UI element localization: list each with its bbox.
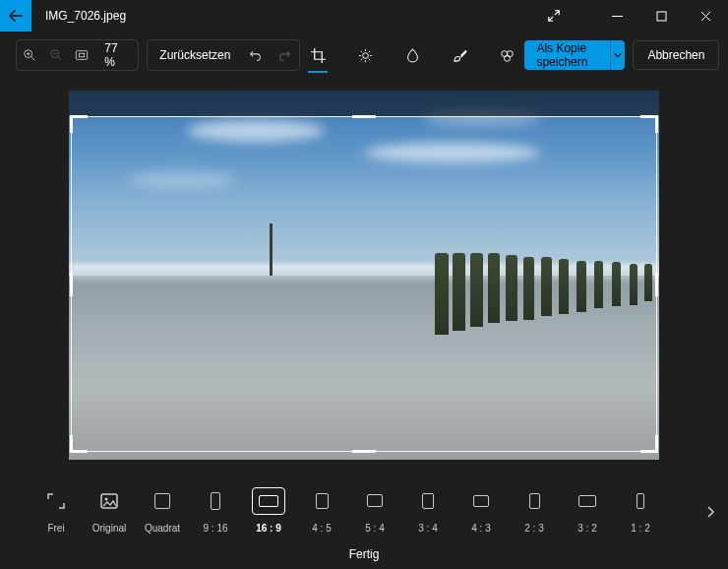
markup-tab[interactable]	[446, 35, 473, 75]
action-buttons: Als Kopie speichern Abbrechen	[524, 40, 719, 70]
crop-handle-bottom[interactable]	[352, 450, 376, 453]
ratio-label: 3 : 2	[577, 523, 596, 534]
titlebar: IMG_7026.jpeg	[0, 0, 728, 32]
ratio-label: 4 : 5	[312, 523, 331, 534]
ratio-option[interactable]: 4 : 3	[455, 487, 508, 534]
ratio-option[interactable]: 5 : 4	[348, 487, 401, 534]
image-canvas[interactable]	[69, 91, 659, 460]
toolbar: 77 % Zurücksetzen Als Kopie speichern	[0, 32, 728, 79]
svg-rect-3	[76, 51, 87, 60]
ratio-label: 9 : 16	[203, 523, 227, 534]
save-dropdown-button[interactable]	[610, 40, 626, 70]
crop-handle-br[interactable]	[640, 435, 658, 453]
fit-screen-button[interactable]	[69, 40, 94, 70]
svg-rect-0	[657, 12, 666, 21]
ratio-option[interactable]: 4 : 5	[295, 487, 348, 534]
close-button[interactable]	[684, 0, 728, 32]
ratio-option[interactable]: 3 : 2	[561, 487, 614, 534]
back-button[interactable]	[0, 0, 31, 32]
ratio-label: 16 : 9	[256, 523, 281, 534]
ratio-option[interactable]: 1 : 2	[614, 487, 667, 534]
ratio-option[interactable]: 3 : 4	[401, 487, 455, 534]
save-button[interactable]: Als Kopie speichern	[524, 40, 609, 70]
expand-icon[interactable]	[531, 0, 576, 32]
svg-point-10	[105, 497, 108, 500]
zoom-out-button[interactable]	[42, 40, 68, 70]
ratio-option[interactable]: Quadrat	[136, 487, 189, 534]
crop-handle-bl[interactable]	[70, 435, 88, 453]
ratio-label: 2 : 3	[524, 523, 543, 534]
ratio-label: 3 : 4	[418, 523, 437, 534]
ratio-option[interactable]: Original	[83, 487, 136, 534]
zoom-level-label[interactable]: 77 %	[94, 41, 138, 69]
crop-handle-tr[interactable]	[640, 115, 658, 133]
ratio-icon	[358, 487, 392, 515]
ratio-icon	[624, 487, 657, 515]
zoom-in-button[interactable]	[17, 40, 42, 70]
ratio-icon	[39, 487, 73, 515]
crop-handle-top[interactable]	[352, 115, 376, 118]
maximize-button[interactable]	[639, 0, 684, 32]
ratio-scroll-right[interactable]	[700, 502, 720, 522]
crop-handle-right[interactable]	[655, 273, 658, 296]
undo-button[interactable]	[240, 40, 270, 70]
ratio-option[interactable]: 16 : 9	[242, 487, 295, 534]
ratio-icon	[305, 487, 338, 515]
ratio-label: 1 : 2	[631, 523, 649, 534]
svg-point-8	[504, 55, 510, 61]
ratio-option[interactable]: Frei	[30, 487, 83, 534]
crop-dim-overlay	[69, 91, 659, 116]
ratio-label: Quadrat	[145, 523, 180, 534]
svg-rect-4	[79, 53, 84, 57]
ratio-icon	[517, 487, 551, 515]
save-split-button: Als Kopie speichern	[524, 40, 625, 70]
ratio-label: Original	[92, 523, 126, 534]
ratio-icon	[146, 487, 179, 515]
adjust-tab[interactable]	[351, 35, 379, 75]
filename-label: IMG_7026.jpeg	[45, 9, 126, 23]
crop-handle-tl[interactable]	[70, 115, 88, 133]
cancel-button[interactable]: Abbrechen	[633, 40, 719, 70]
ratio-icon	[252, 487, 285, 515]
edit-mode-tabs	[304, 35, 520, 75]
ratio-icon	[571, 487, 604, 515]
ratio-option[interactable]: 9 : 16	[189, 487, 242, 534]
ratio-label: 4 : 3	[471, 523, 490, 534]
ratio-icon	[464, 487, 498, 515]
ratio-icon	[411, 487, 445, 515]
ratio-label: Frei	[47, 523, 64, 534]
zoom-group: 77 %	[16, 39, 139, 71]
aspect-ratio-strip: FreiOriginalQuadrat9 : 1616 : 94 : 55 : …	[0, 480, 728, 539]
crop-frame[interactable]	[71, 116, 657, 452]
reset-button[interactable]: Zurücksetzen	[148, 48, 240, 62]
svg-point-5	[363, 52, 369, 58]
crop-tab[interactable]	[304, 35, 332, 75]
filter-tab[interactable]	[398, 35, 426, 75]
done-button[interactable]: Fertig	[0, 547, 728, 561]
minimize-button[interactable]	[595, 0, 639, 32]
crop-handle-left[interactable]	[70, 273, 73, 296]
ratio-icon	[199, 487, 232, 515]
reset-group: Zurücksetzen	[147, 39, 300, 71]
retouch-tab[interactable]	[493, 35, 520, 75]
redo-button[interactable]	[270, 40, 299, 70]
ratio-icon	[92, 487, 126, 515]
ratio-option[interactable]: 2 : 3	[508, 487, 561, 534]
ratio-label: 5 : 4	[365, 523, 384, 534]
